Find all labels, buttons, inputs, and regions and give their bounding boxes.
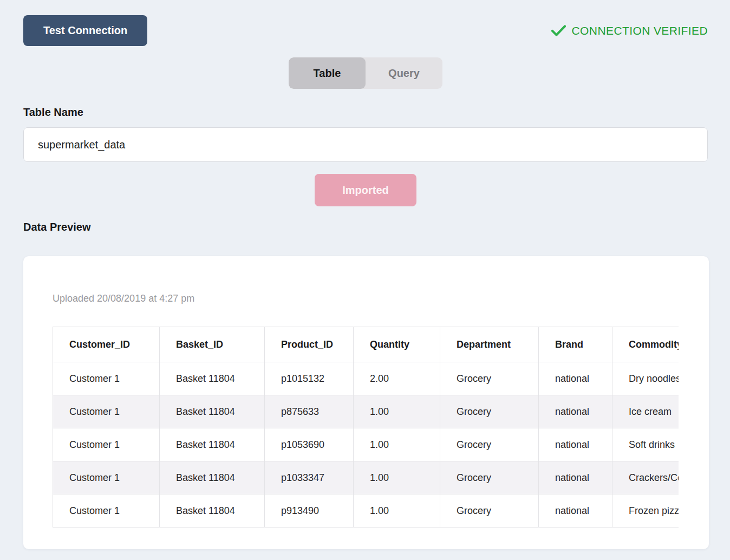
data-preview-label: Data Preview <box>23 221 708 233</box>
table-row: Customer 1Basket 11804p8756331.00Grocery… <box>53 395 679 428</box>
cell-basket_id: Basket 11804 <box>160 494 265 528</box>
cell-brand: national <box>539 362 612 395</box>
tab-table[interactable]: Table <box>289 57 366 89</box>
cell-product_id: p913490 <box>265 494 354 528</box>
cell-quantity: 1.00 <box>354 461 440 494</box>
column-header-commodity: Commodity <box>612 327 679 362</box>
cell-basket_id: Basket 11804 <box>160 362 265 395</box>
column-header-department: Department <box>440 327 539 362</box>
cell-customer_id: Customer 1 <box>53 428 160 461</box>
cell-basket_id: Basket 11804 <box>160 428 265 461</box>
cell-department: Grocery <box>440 428 539 461</box>
cell-brand: national <box>539 461 612 494</box>
cell-brand: national <box>539 428 612 461</box>
cell-quantity: 1.00 <box>354 494 440 528</box>
data-preview-card: Uploaded 20/08/2019 at 4:27 pm Customer_… <box>23 256 709 549</box>
cell-quantity: 2.00 <box>354 362 440 395</box>
imported-button[interactable]: Imported <box>315 174 416 206</box>
column-header-quantity: Quantity <box>354 327 440 362</box>
mode-toggle-row: Table Query <box>23 57 708 89</box>
cell-customer_id: Customer 1 <box>53 362 160 395</box>
preview-table-scroll-area[interactable]: Customer_IDBasket_IDProduct_IDQuantityDe… <box>53 327 679 528</box>
imported-row: Imported <box>23 174 708 206</box>
cell-commodity: Crackers/Cookies <box>612 461 679 494</box>
cell-brand: national <box>539 494 612 528</box>
check-icon <box>551 25 566 36</box>
table-row: Customer 1Basket 11804p9134901.00Grocery… <box>53 494 679 528</box>
table-row: Customer 1Basket 11804p10536901.00Grocer… <box>53 428 679 461</box>
cell-department: Grocery <box>440 362 539 395</box>
cell-department: Grocery <box>440 395 539 428</box>
table-row: Customer 1Basket 11804p10333471.00Grocer… <box>53 461 679 494</box>
cell-brand: national <box>539 395 612 428</box>
uploaded-timestamp: Uploaded 20/08/2019 at 4:27 pm <box>53 293 678 304</box>
cell-basket_id: Basket 11804 <box>160 461 265 494</box>
table-name-label: Table Name <box>23 106 708 119</box>
cell-commodity: Dry noodles <box>612 362 679 395</box>
cell-department: Grocery <box>440 461 539 494</box>
connection-status-label: CONNECTION VERIFIED <box>572 24 708 37</box>
cell-department: Grocery <box>440 494 539 528</box>
connection-status: CONNECTION VERIFIED <box>551 24 708 37</box>
cell-product_id: p1015132 <box>265 362 354 395</box>
table-row: Customer 1Basket 11804p10151322.00Grocer… <box>53 362 679 395</box>
top-bar: Test Connection CONNECTION VERIFIED <box>23 15 708 46</box>
column-header-basket_id: Basket_ID <box>160 327 265 362</box>
cell-basket_id: Basket 11804 <box>160 395 265 428</box>
cell-product_id: p875633 <box>265 395 354 428</box>
preview-table: Customer_IDBasket_IDProduct_IDQuantityDe… <box>53 327 679 528</box>
cell-commodity: Soft drinks <box>612 428 679 461</box>
cell-product_id: p1053690 <box>265 428 354 461</box>
tab-query[interactable]: Query <box>366 57 442 89</box>
cell-customer_id: Customer 1 <box>53 461 160 494</box>
table-header-row: Customer_IDBasket_IDProduct_IDQuantityDe… <box>53 327 679 362</box>
table-name-input[interactable] <box>23 127 708 162</box>
mode-toggle: Table Query <box>289 57 442 89</box>
cell-commodity: Ice cream <box>612 395 679 428</box>
column-header-customer_id: Customer_ID <box>53 327 160 362</box>
cell-commodity: Frozen pizza <box>612 494 679 528</box>
page: Test Connection CONNECTION VERIFIED Tabl… <box>0 0 730 560</box>
cell-customer_id: Customer 1 <box>53 395 160 428</box>
cell-product_id: p1033347 <box>265 461 354 494</box>
column-header-brand: Brand <box>539 327 612 362</box>
cell-quantity: 1.00 <box>354 428 440 461</box>
column-header-product_id: Product_ID <box>265 327 354 362</box>
cell-customer_id: Customer 1 <box>53 494 160 528</box>
cell-quantity: 1.00 <box>354 395 440 428</box>
test-connection-button[interactable]: Test Connection <box>23 15 147 46</box>
